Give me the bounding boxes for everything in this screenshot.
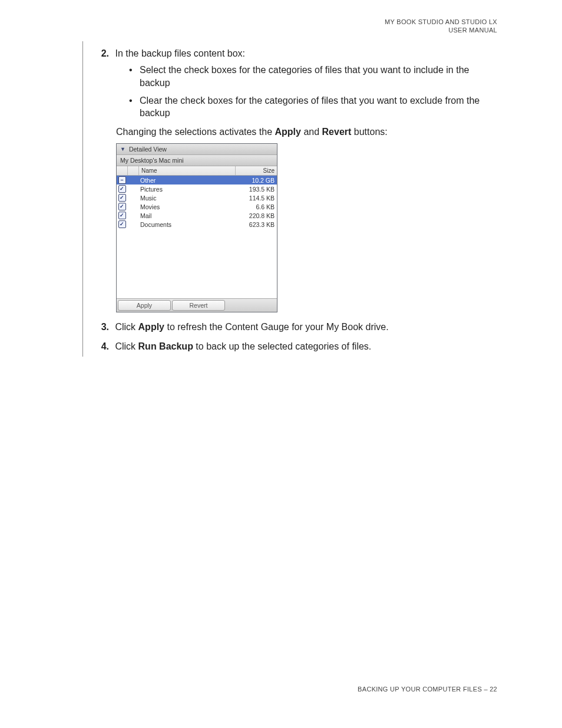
bullet-exclude-text: Clear the check boxes for the categories… bbox=[140, 94, 501, 120]
col-checkbox bbox=[117, 166, 128, 175]
page-footer: BACKING UP YOUR COMPUTER FILES – 22 bbox=[358, 686, 497, 693]
revert-button[interactable]: Revert bbox=[172, 300, 225, 311]
step-3: 3. Click Apply to refresh the Content Ga… bbox=[95, 321, 501, 334]
category-name: Other bbox=[138, 177, 236, 184]
table-row[interactable]: Movies6.6 KB bbox=[117, 202, 277, 211]
category-size: 6.6 KB bbox=[236, 203, 277, 210]
page-header: MY BOOK STUDIO AND STUDIO LX USER MANUAL bbox=[385, 18, 497, 35]
apply-button[interactable]: Apply bbox=[118, 300, 171, 311]
detailed-view-label: Detailed View bbox=[129, 146, 167, 153]
category-checkbox[interactable] bbox=[118, 185, 126, 193]
detailed-view-header[interactable]: ▼ Detailed View bbox=[117, 144, 277, 155]
step-2-intro: In the backup files content box: bbox=[115, 48, 245, 58]
bullet-dot-icon: • bbox=[129, 94, 140, 120]
col-spacer bbox=[128, 166, 139, 175]
table-row[interactable]: Documents623.3 KB bbox=[117, 220, 277, 229]
step-2-caption: Changing the selections activates the Ap… bbox=[116, 126, 501, 139]
col-name[interactable]: Name bbox=[139, 166, 236, 175]
table-row[interactable]: Pictures193.5 KB bbox=[117, 185, 277, 193]
table-row[interactable]: Other10.2 GB bbox=[117, 176, 277, 185]
step-2: 2. In the backup files content box: bbox=[95, 47, 501, 60]
bullet-include-text: Select the check boxes for the categorie… bbox=[140, 64, 501, 89]
content-area: 2. In the backup files content box: • Se… bbox=[82, 41, 501, 357]
source-bar: My Desktop's Mac mini bbox=[117, 155, 277, 166]
category-checkbox[interactable] bbox=[118, 203, 126, 210]
bullet-include: • Select the check boxes for the categor… bbox=[129, 64, 501, 89]
step-2-number: 2. bbox=[95, 47, 109, 60]
table-row[interactable]: Music114.5 KB bbox=[117, 193, 277, 202]
table-row[interactable]: Mail220.8 KB bbox=[117, 211, 277, 220]
category-size: 193.5 KB bbox=[236, 186, 277, 193]
col-size[interactable]: Size bbox=[236, 166, 277, 175]
category-checkbox[interactable] bbox=[118, 220, 126, 228]
bullet-exclude: • Clear the check boxes for the categori… bbox=[129, 94, 501, 120]
category-size: 623.3 KB bbox=[236, 221, 277, 228]
source-label: My Desktop's Mac mini bbox=[120, 157, 184, 164]
category-checkbox[interactable] bbox=[118, 176, 126, 184]
category-size: 10.2 GB bbox=[236, 177, 277, 184]
category-name: Movies bbox=[138, 203, 236, 210]
category-rows: Other10.2 GBPictures193.5 KBMusic114.5 K… bbox=[117, 176, 277, 298]
category-checkbox[interactable] bbox=[118, 212, 126, 219]
step-3-number: 3. bbox=[95, 321, 109, 334]
header-line2: USER MANUAL bbox=[385, 26, 497, 34]
detailed-view-panel: ▼ Detailed View My Desktop's Mac mini Na… bbox=[116, 143, 277, 312]
disclosure-triangle-icon[interactable]: ▼ bbox=[120, 146, 125, 152]
step-4-number: 4. bbox=[95, 340, 109, 353]
category-name: Mail bbox=[138, 212, 236, 219]
column-headers: Name Size bbox=[117, 166, 277, 176]
category-size: 114.5 KB bbox=[236, 195, 277, 202]
step-2-bullets: • Select the check boxes for the categor… bbox=[129, 64, 501, 119]
category-name: Music bbox=[138, 195, 236, 202]
category-name: Pictures bbox=[138, 186, 236, 193]
category-checkbox[interactable] bbox=[118, 194, 126, 202]
panel-footer: Apply Revert bbox=[117, 298, 277, 312]
header-line1: MY BOOK STUDIO AND STUDIO LX bbox=[385, 18, 497, 26]
category-name: Documents bbox=[138, 221, 236, 228]
step-4: 4. Click Run Backup to back up the selec… bbox=[95, 340, 501, 353]
category-size: 220.8 KB bbox=[236, 212, 277, 219]
bullet-dot-icon: • bbox=[129, 64, 140, 89]
